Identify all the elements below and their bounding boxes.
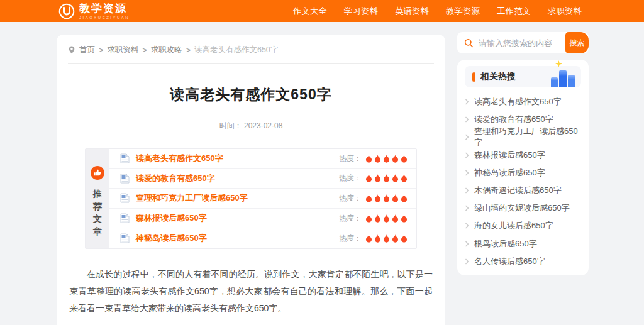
recommend-row: 神秘岛读后感650字热度： (109, 228, 416, 248)
chevron-right-icon (465, 223, 469, 229)
doc-icon (120, 233, 130, 243)
flame-icon (392, 174, 399, 182)
recommend-row: 森林报读后感650字热度： (109, 209, 416, 229)
recommend-label: 推荐文章 (93, 187, 103, 238)
page-title: 读高老头有感作文650字 (57, 85, 445, 104)
site-logo[interactable]: 教学资源 JIAOXUEZIYUAN (58, 3, 130, 19)
hot-search-item-label: 神秘岛读后感650字 (474, 167, 545, 179)
nav-item-6[interactable]: 求职资料 (548, 6, 582, 17)
hot-search-item-label: 森林报读后感650字 (474, 150, 545, 161)
hot-search-item[interactable]: 木偶奇遇记读后感650字 (465, 182, 581, 199)
recommend-article-link[interactable]: 读爱的教育有感650字 (136, 173, 215, 184)
flame-icon (383, 214, 390, 223)
recommend-article-link[interactable]: 读高老头有感作文650字 (136, 153, 223, 164)
recommend-article-link[interactable]: 查理和巧克力工厂读后感650字 (136, 192, 248, 204)
search-button[interactable]: 搜索 (565, 32, 589, 53)
flame-icon (401, 214, 408, 223)
heat-rating: 热度： (339, 173, 408, 184)
hot-search-item[interactable]: 名人传读后感650字 (465, 253, 581, 270)
chevron-right-icon (465, 241, 469, 247)
hot-search-item-label: 海的女儿读后感650字 (474, 220, 553, 231)
flame-icon (365, 174, 372, 182)
breadcrumb-link[interactable]: 求职攻略 (151, 45, 182, 55)
flame-icon (374, 194, 381, 202)
chevron-right-icon (465, 258, 469, 265)
flame-icon (383, 194, 390, 202)
hot-search-item[interactable]: 神秘岛读后感650字 (465, 164, 581, 182)
chevron-right-icon (465, 134, 469, 140)
flame-icon (401, 194, 408, 202)
nav-item-5[interactable]: 工作范文 (497, 6, 531, 17)
hot-search-item-label: 查理和巧克力工厂读后感650字 (474, 126, 581, 148)
recommend-box: 推荐文章 读高老头有感作文650字热度：读爱的教育有感650字热度：查理和巧克力… (85, 148, 417, 249)
flame-icon (401, 174, 408, 182)
logo-subtitle: JIAOXUEZIYUAN (79, 16, 130, 19)
chevron-right-icon (465, 99, 469, 105)
chevron-right-icon (465, 205, 469, 211)
flame-icon (383, 174, 390, 182)
recommend-article-link[interactable]: 森林报读后感650字 (136, 212, 207, 224)
nav-item-3[interactable]: 英语资料 (395, 6, 429, 17)
article-card: 首页>求职资料>求职攻略>读高老头有感作文650字 读高老头有感作文650字 时… (57, 35, 445, 325)
doc-icon (120, 153, 130, 163)
chevron-right-icon (465, 116, 469, 123)
heat-label: 热度： (339, 233, 362, 244)
hot-search-item-label: 根鸟读后感650字 (474, 238, 537, 250)
hot-search-item[interactable]: 读高老头有感作文650字 (465, 93, 581, 111)
breadcrumb-divider (68, 63, 434, 64)
flame-icon (374, 214, 381, 223)
hot-bar-chart-icon (551, 61, 575, 87)
hot-search-item-label: 名人传读后感650字 (474, 256, 545, 267)
main-nav: 作文大全学习资料英语资料教学资源工作范文求职资料 (293, 6, 582, 17)
flame-icon (401, 234, 408, 243)
recommend-article-link[interactable]: 神秘岛读后感650字 (136, 233, 207, 244)
flame-icon (383, 155, 390, 163)
hot-search-item[interactable]: 绿山墙的安妮读后感650字 (465, 199, 581, 217)
hot-search-item[interactable]: 查理和巧克力工厂读后感650字 (465, 128, 581, 146)
sidebar: 搜索 相关热搜 读高老头有感作文650字读爱的教育有感650字查理和巧克力工厂读… (457, 32, 589, 275)
nav-item-2[interactable]: 学习资料 (344, 6, 378, 17)
flame-icon (392, 214, 399, 223)
heat-label: 热度： (339, 173, 362, 184)
heat-rating: 热度： (339, 213, 408, 224)
accent-bar-icon (472, 72, 475, 82)
heat-rating: 热度： (339, 153, 408, 164)
search-bar: 搜索 (457, 32, 589, 53)
breadcrumb-items: 首页>求职资料>求职攻略>读高老头有感作文650字 (79, 45, 278, 55)
hot-search-title: 相关热搜 (480, 71, 516, 82)
hot-search-item-label: 读爱的教育有感650字 (474, 114, 553, 125)
flame-icon (392, 155, 399, 163)
flame-icon (365, 155, 372, 163)
hot-search-item[interactable]: 海的女儿读后感650字 (465, 217, 581, 234)
breadcrumb-link[interactable]: 求职资料 (107, 45, 138, 55)
breadcrumb: 首页>求职资料>求职攻略>读高老头有感作文650字 (57, 35, 445, 63)
logo-title: 教学资源 (79, 3, 130, 14)
breadcrumb-separator: > (142, 46, 147, 55)
flame-icon (392, 194, 399, 202)
search-icon (464, 38, 474, 48)
thumb-up-icon (91, 166, 104, 180)
nav-item-1[interactable]: 作文大全 (293, 6, 327, 17)
recommend-side: 推荐文章 (86, 149, 109, 248)
hot-search-item[interactable]: 根鸟读后感650字 (465, 235, 581, 253)
logo-icon (58, 3, 75, 19)
heat-label: 热度： (339, 193, 362, 204)
flame-icon (392, 234, 399, 243)
flame-icon (374, 174, 381, 182)
location-pin-icon (68, 46, 75, 54)
hot-search-item[interactable]: 森林报读后感650字 (465, 146, 581, 164)
breadcrumb-link[interactable]: 首页 (79, 45, 95, 55)
heat-label: 热度： (339, 213, 362, 224)
publish-time: 时间： 2023-02-08 (57, 121, 445, 131)
recommend-row: 查理和巧克力工厂读后感650字热度： (109, 189, 416, 209)
nav-item-4[interactable]: 教学资源 (446, 6, 480, 17)
chevron-right-icon (465, 170, 469, 176)
flame-icon (401, 155, 408, 163)
flame-icon (374, 234, 381, 243)
article-body: 在成长的过程中，不同的人有着不同的经历。说到作文，大家肯定都不陌生吧，以下是一束… (69, 266, 433, 325)
hot-search-item-label: 木偶奇遇记读后感650字 (474, 185, 562, 196)
heat-rating: 热度： (339, 193, 408, 204)
breadcrumb-current: 读高老头有感作文650字 (194, 45, 278, 55)
flame-icon (383, 234, 390, 243)
hot-search-list: 读高老头有感作文650字读爱的教育有感650字查理和巧克力工厂读后感650字森林… (465, 87, 581, 270)
